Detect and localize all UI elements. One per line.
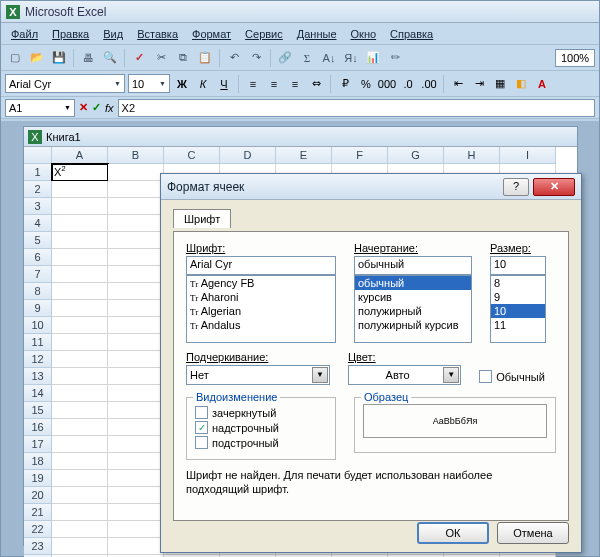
subscript-checkbox[interactable]: подстрочный bbox=[195, 436, 327, 449]
cell[interactable] bbox=[52, 453, 108, 470]
strike-checkbox[interactable]: зачеркнутый bbox=[195, 406, 327, 419]
cell[interactable] bbox=[52, 504, 108, 521]
style-input[interactable]: обычный bbox=[354, 256, 472, 275]
inc-decimal-icon[interactable]: .0 bbox=[399, 75, 417, 93]
font-size-combo[interactable]: 10▼ bbox=[128, 74, 170, 93]
align-right-icon[interactable]: ≡ bbox=[286, 75, 304, 93]
list-item[interactable]: 8 bbox=[491, 276, 545, 290]
borders-icon[interactable]: ▦ bbox=[491, 75, 509, 93]
cell[interactable] bbox=[108, 453, 164, 470]
workbook-titlebar[interactable]: X Книга1 bbox=[24, 127, 577, 147]
column-header[interactable]: B bbox=[108, 147, 164, 164]
dialog-help-button[interactable]: ? bbox=[503, 178, 529, 196]
menu-view[interactable]: Вид bbox=[97, 26, 129, 42]
name-box[interactable]: A1▼ bbox=[5, 99, 75, 117]
row-header[interactable]: 14 bbox=[24, 385, 52, 402]
row-header[interactable]: 11 bbox=[24, 334, 52, 351]
cell[interactable] bbox=[108, 334, 164, 351]
italic-icon[interactable]: К bbox=[194, 75, 212, 93]
spell-icon[interactable]: ✓ bbox=[129, 48, 149, 68]
merge-icon[interactable]: ⇔ bbox=[307, 75, 325, 93]
list-item[interactable]: 9 bbox=[491, 290, 545, 304]
ok-button[interactable]: ОК bbox=[417, 522, 489, 544]
cell[interactable] bbox=[108, 538, 164, 555]
row-header[interactable]: 16 bbox=[24, 419, 52, 436]
sort-asc-icon[interactable]: A↓ bbox=[319, 48, 339, 68]
list-item[interactable]: Tr Aharoni bbox=[187, 290, 335, 304]
row-header[interactable]: 3 bbox=[24, 198, 52, 215]
row-header[interactable]: 8 bbox=[24, 283, 52, 300]
cell[interactable] bbox=[52, 521, 108, 538]
cut-icon[interactable]: ✂ bbox=[151, 48, 171, 68]
superscript-checkbox[interactable]: ✓надстрочный bbox=[195, 421, 327, 434]
cell[interactable] bbox=[108, 198, 164, 215]
cell[interactable] bbox=[52, 419, 108, 436]
font-name-combo[interactable]: Arial Cyr▼ bbox=[5, 74, 125, 93]
drawing-icon[interactable]: ✏ bbox=[385, 48, 405, 68]
font-input[interactable]: Arial Cyr bbox=[186, 256, 336, 275]
column-header[interactable]: G bbox=[388, 147, 444, 164]
row-header[interactable]: 18 bbox=[24, 453, 52, 470]
cell[interactable] bbox=[52, 249, 108, 266]
enter-icon[interactable]: ✓ bbox=[92, 101, 101, 114]
link-icon[interactable]: 🔗 bbox=[275, 48, 295, 68]
inc-indent-icon[interactable]: ⇥ bbox=[470, 75, 488, 93]
cell[interactable] bbox=[108, 521, 164, 538]
currency-icon[interactable]: ₽ bbox=[336, 75, 354, 93]
list-item[interactable]: полужирный bbox=[355, 304, 471, 318]
list-item[interactable]: полужирный курсив bbox=[355, 318, 471, 332]
row-header[interactable]: 10 bbox=[24, 317, 52, 334]
cell[interactable]: X2 bbox=[52, 164, 108, 181]
percent-icon[interactable]: % bbox=[357, 75, 375, 93]
cell[interactable] bbox=[108, 368, 164, 385]
dialog-titlebar[interactable]: Формат ячеек ? ✕ bbox=[161, 174, 581, 200]
column-header[interactable]: E bbox=[276, 147, 332, 164]
list-item[interactable]: курсив bbox=[355, 290, 471, 304]
row-header[interactable]: 5 bbox=[24, 232, 52, 249]
cell[interactable] bbox=[108, 317, 164, 334]
cell[interactable] bbox=[52, 470, 108, 487]
list-item[interactable]: Tr Algerian bbox=[187, 304, 335, 318]
cell[interactable] bbox=[108, 266, 164, 283]
cell[interactable] bbox=[108, 164, 164, 181]
menu-insert[interactable]: Вставка bbox=[131, 26, 184, 42]
column-header[interactable]: D bbox=[220, 147, 276, 164]
row-header[interactable]: 2 bbox=[24, 181, 52, 198]
cell[interactable] bbox=[52, 266, 108, 283]
menu-edit[interactable]: Правка bbox=[46, 26, 95, 42]
cell[interactable] bbox=[52, 334, 108, 351]
row-header[interactable]: 13 bbox=[24, 368, 52, 385]
dialog-close-button[interactable]: ✕ bbox=[533, 178, 575, 196]
cell[interactable] bbox=[108, 181, 164, 198]
bold-icon[interactable]: Ж bbox=[173, 75, 191, 93]
cell[interactable] bbox=[52, 351, 108, 368]
row-header[interactable]: 15 bbox=[24, 402, 52, 419]
cell[interactable] bbox=[52, 181, 108, 198]
cell[interactable] bbox=[52, 300, 108, 317]
row-header[interactable]: 23 bbox=[24, 538, 52, 555]
underline-combo[interactable]: Нет▼ bbox=[186, 365, 330, 385]
tab-font[interactable]: Шрифт bbox=[173, 209, 231, 228]
cell[interactable] bbox=[108, 249, 164, 266]
dec-indent-icon[interactable]: ⇤ bbox=[449, 75, 467, 93]
cell[interactable] bbox=[108, 385, 164, 402]
column-header[interactable]: A bbox=[52, 147, 108, 164]
menu-help[interactable]: Справка bbox=[384, 26, 439, 42]
cell[interactable] bbox=[108, 283, 164, 300]
row-header[interactable]: 19 bbox=[24, 470, 52, 487]
row-header[interactable]: 12 bbox=[24, 351, 52, 368]
list-item[interactable]: обычный bbox=[355, 276, 471, 290]
cell[interactable] bbox=[52, 198, 108, 215]
print-icon[interactable]: 🖶 bbox=[78, 48, 98, 68]
row-header[interactable]: 21 bbox=[24, 504, 52, 521]
redo-icon[interactable]: ↷ bbox=[246, 48, 266, 68]
fx-icon[interactable]: fx bbox=[105, 102, 114, 114]
menu-format[interactable]: Формат bbox=[186, 26, 237, 42]
cell[interactable] bbox=[52, 487, 108, 504]
cell[interactable] bbox=[108, 402, 164, 419]
preview-icon[interactable]: 🔍 bbox=[100, 48, 120, 68]
menu-window[interactable]: Окно bbox=[345, 26, 383, 42]
row-header[interactable]: 22 bbox=[24, 521, 52, 538]
cell[interactable] bbox=[108, 232, 164, 249]
chart-icon[interactable]: 📊 bbox=[363, 48, 383, 68]
